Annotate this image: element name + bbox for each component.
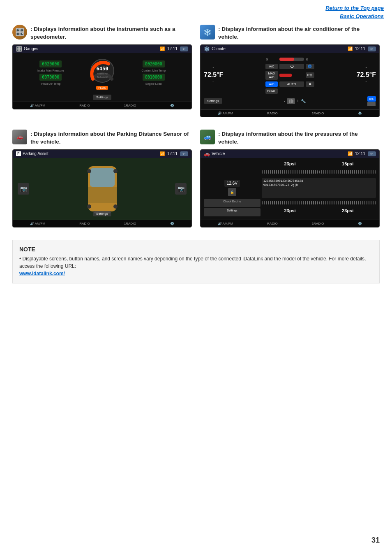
parking-icon: 🚗 <box>12 130 27 144</box>
max-ac-btn[interactable]: MAXA/C <box>265 71 277 80</box>
sections-grid: 🎛️ : Displays information about the inst… <box>12 25 380 227</box>
parking-back-btn[interactable]: ↩ <box>180 151 188 156</box>
intake-pressure-value: 0020000 <box>39 60 62 67</box>
svg-text:Tachometer: Tachometer <box>97 76 107 78</box>
front-left-psi: 23psi <box>262 161 318 169</box>
ac2-btn[interactable]: A/C <box>265 81 277 87</box>
svg-text:xxxxRPM: xxxxRPM <box>97 72 107 75</box>
climate-temp-right: 72.5°F <box>357 71 376 79</box>
vehicle-nav-1radio[interactable]: 1RADIO <box>312 222 324 225</box>
climate-screen: ❄️ Climate 📶 12:11 ↩ ⌃ 72.5°F <box>200 44 380 117</box>
intake-air-label: Intake Air Temp <box>41 82 60 85</box>
return-top-link[interactable]: Return to the Top page <box>325 4 384 12</box>
climate-nav-1radio[interactable]: 1RADIO <box>312 111 324 115</box>
vehicle-settings-label[interactable]: Settings <box>204 208 261 216</box>
note-title: NOTE <box>19 246 373 253</box>
section-parking: 🚗 : Displays information about the Parki… <box>12 130 192 227</box>
fan-btn[interactable]: 🌀 <box>306 64 314 69</box>
peak-badge: PEAK <box>96 86 108 90</box>
climate-screen-time: 12:11 <box>355 46 365 51</box>
rear-right-psi: 23psi <box>319 208 376 216</box>
section-gauges-header: 🎛️ : Displays information about the inst… <box>12 25 192 41</box>
vehicle-description: : Displays information about the tire pr… <box>218 130 380 146</box>
parking-nav-radio[interactable]: RADIO <box>79 222 90 225</box>
vehicle-screen-title: Vehicle <box>212 151 225 156</box>
engine-load-value: 0010000 <box>143 74 165 81</box>
engine-load-label: Engine Load <box>145 82 161 85</box>
car-top-view <box>82 162 123 216</box>
section-vehicle-header: 🚙 : Displays information about the tire … <box>200 130 380 146</box>
vehicle-settings-gear[interactable]: ⚙️ <box>358 222 362 225</box>
svg-rect-6 <box>88 187 117 203</box>
intake-pressure-label: Intake Man Pressure <box>37 69 64 72</box>
dual-btn[interactable]: DUAL <box>265 88 277 94</box>
section-parking-header: 🚗 : Displays information about the Parki… <box>12 130 192 146</box>
sensor-right: 📷 <box>175 183 187 195</box>
climate-settings-gear[interactable]: ⚙️ <box>358 111 362 115</box>
power-btn[interactable]: ⏻ <box>279 64 304 69</box>
svg-text:6450: 6450 <box>96 66 108 72</box>
gauges-screen-time: 12:11 <box>167 46 178 51</box>
parking-settings-gear[interactable]: ⚙️ <box>170 222 174 225</box>
ac-btn[interactable]: A/C <box>265 64 277 69</box>
vehicle-back-btn[interactable]: ↩ <box>368 151 376 156</box>
section-gauges: 🎛️ : Displays information about the inst… <box>12 25 192 117</box>
note-section: NOTE • Displayable screens, button names… <box>12 240 380 283</box>
gauges-description: : Displays information about the instrum… <box>30 25 192 41</box>
vehicle-nav-amfm[interactable]: 🔊 AM/FM <box>218 222 233 225</box>
nav-amfm[interactable]: 🔊 AM/FM <box>30 104 46 107</box>
climate-icon: ❄️ <box>200 25 215 39</box>
ac-right-btn[interactable]: A/C <box>367 96 376 102</box>
vehicle-nav-radio[interactable]: RADIO <box>267 222 277 225</box>
gauges-icon: 🎛️ <box>12 25 27 39</box>
vehicle-screen: 🚗 Vehicle 📶 12:11 ↩ 23psi 1 <box>200 149 380 227</box>
vin-display: 12345678901234567845678 901234567890123 … <box>262 178 376 198</box>
climate-description: : Displays information about the air con… <box>218 25 380 41</box>
climate-nav-radio[interactable]: RADIO <box>267 111 277 115</box>
climate-nav-amfm[interactable]: 🔊 AM/FM <box>218 111 233 115</box>
parking-nav-1radio[interactable]: 1RADIO <box>124 222 136 225</box>
basic-ops-link[interactable]: Basic Operations <box>325 12 384 21</box>
climate-temp-left: 72.5°F <box>204 71 223 79</box>
rpm-gauge: 6450 xxxxRPM Tachometer <box>88 56 117 85</box>
section-climate-header: ❄️ : Displays information about the air … <box>200 25 380 41</box>
svg-point-10 <box>113 204 118 209</box>
coolant-label: Coolant Man Temp <box>141 69 166 72</box>
rear-left-psi: 23psi <box>262 208 318 216</box>
note-text: • Displayable screens, button names, and… <box>19 255 373 277</box>
check-engine-btn[interactable]: Check Engine <box>204 199 261 207</box>
vehicle-icon: 🚙 <box>200 130 215 144</box>
svg-point-8 <box>113 169 118 173</box>
rear-btn[interactable]: R⊞ <box>306 72 314 78</box>
auto-btn[interactable]: AUTO <box>279 81 304 87</box>
gauges-settings-label[interactable]: Settings <box>93 95 111 100</box>
section-vehicle: 🚙 : Displays information about the tire … <box>200 130 380 227</box>
page-number: 31 <box>371 536 380 545</box>
note-link[interactable]: www.idatalink.com/ <box>19 271 65 276</box>
parking-screen-time: 12:11 <box>167 151 178 156</box>
section-climate: ❄️ : Displays information about the air … <box>200 25 380 117</box>
climate-back-btn[interactable]: ↩ <box>368 46 376 51</box>
header: Return to the Top page Basic Operations <box>325 4 384 20</box>
recirculate-btn[interactable]: ♻ <box>306 81 314 87</box>
settings-btn-climate[interactable]: Settings <box>204 98 222 104</box>
nav-radio[interactable]: RADIO <box>79 104 90 107</box>
svg-rect-5 <box>90 168 115 187</box>
gauges-screen-title: Gauges <box>24 46 38 51</box>
nav-1radio[interactable]: 1RADIO <box>124 104 136 107</box>
svg-point-9 <box>87 204 91 209</box>
front-right-psi: 15psi <box>319 161 376 169</box>
climate-screen-title: Climate <box>212 46 226 51</box>
sensor-left: 📷 <box>18 183 29 195</box>
svg-point-7 <box>87 169 91 173</box>
parking-description: : Displays information about the Parking… <box>30 130 192 146</box>
nav-settings-gear[interactable]: ⚙️ <box>170 104 174 107</box>
parking-screen: 🅿 Parking Assist 📶 12:11 ↩ 📷 <box>12 149 192 227</box>
vehicle-screen-time: 12:11 <box>355 151 365 156</box>
parking-settings-label[interactable]: Settings <box>93 209 111 216</box>
parking-nav-amfm[interactable]: 🔊 AM/FM <box>30 222 46 225</box>
gauges-back-btn[interactable]: ↩ <box>180 46 188 51</box>
intake-air-value: 0070000 <box>39 74 62 81</box>
gauges-screen: 🎛️ Gauges 📶 12:11 ↩ 0020000 Intake M <box>12 44 192 109</box>
coolant-value: 0020000 <box>143 60 165 67</box>
